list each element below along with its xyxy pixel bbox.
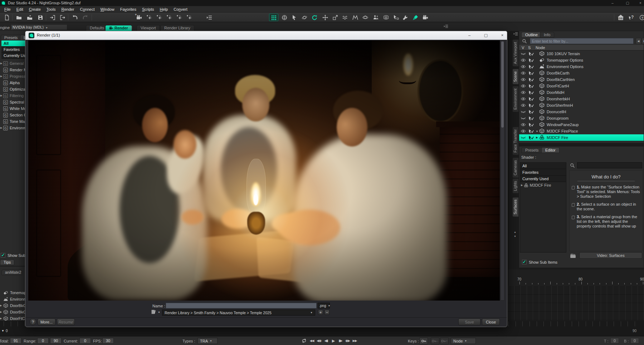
selectable-cursor-icon[interactable] bbox=[527, 90, 535, 95]
wrench-tool-button[interactable] bbox=[401, 14, 410, 21]
delete-key-button[interactable]: − bbox=[431, 337, 439, 344]
perspective-globe-tool-button[interactable] bbox=[280, 14, 289, 21]
side-tab[interactable]: Cameras bbox=[512, 158, 519, 178]
selectable-cursor-icon[interactable] bbox=[527, 52, 535, 56]
expand-arrow-icon[interactable]: ▶ bbox=[0, 126, 3, 129]
visibility-eye-icon[interactable] bbox=[519, 84, 527, 88]
tab-tips[interactable]: Tips bbox=[0, 259, 14, 265]
filter-prev-button[interactable]: ◀ bbox=[636, 38, 641, 44]
column-visible[interactable]: V bbox=[522, 45, 524, 50]
next-frame-button[interactable]: ▮▶ bbox=[337, 338, 344, 344]
keyframe-grid[interactable] bbox=[508, 286, 644, 320]
engine-dropdown[interactable]: NVIDIA Iray (MDL) bbox=[11, 24, 67, 30]
info-help-button[interactable] bbox=[638, 14, 644, 21]
minimize-button[interactable]: – bbox=[608, 0, 618, 6]
cube-orbit-tool-button[interactable] bbox=[361, 14, 370, 21]
import-button[interactable] bbox=[48, 14, 57, 21]
side-tab[interactable]: Face Transfer bbox=[512, 127, 519, 155]
render-minimize-button[interactable]: – bbox=[464, 31, 475, 39]
node-selection-tool-button[interactable] bbox=[290, 14, 299, 21]
export-button[interactable] bbox=[58, 14, 67, 21]
expand-arrow-icon[interactable]: ▶ bbox=[0, 311, 3, 313]
visibility-eye-icon[interactable] bbox=[519, 52, 527, 56]
surface-filter-row[interactable]: Currently Used bbox=[520, 176, 566, 182]
file-extension-dropdown[interactable]: .png bbox=[318, 303, 330, 308]
playhead-icon[interactable]: ▼ bbox=[1, 329, 4, 332]
tab-render-library[interactable]: Render Library bbox=[160, 25, 194, 31]
add-folder-button[interactable]: + bbox=[318, 310, 323, 315]
current-value[interactable]: 0 bbox=[79, 338, 91, 344]
render-image-scrollbar[interactable] bbox=[501, 40, 504, 301]
tab-info[interactable]: Info bbox=[540, 32, 554, 38]
selectable-cursor-icon[interactable] bbox=[527, 123, 535, 127]
tab-presets[interactable]: Presets bbox=[521, 147, 542, 153]
visibility-eye-icon[interactable] bbox=[519, 91, 527, 94]
expand-arrow-icon[interactable]: ▶ bbox=[0, 75, 3, 78]
scene-node-row[interactable]: DoorsherbkH bbox=[519, 96, 644, 102]
visibility-eye-icon[interactable] bbox=[519, 78, 527, 81]
menu-item[interactable]: Connect bbox=[77, 7, 98, 11]
scene-node-row[interactable]: M3DCF FirePlace bbox=[519, 128, 644, 134]
visibility-eye-icon[interactable] bbox=[519, 116, 527, 120]
menu-item[interactable]: Edit bbox=[14, 7, 26, 11]
side-tab[interactable]: Surfaces bbox=[512, 197, 519, 217]
visibility-eye-icon[interactable] bbox=[519, 136, 527, 139]
show-sub-items-surfaces[interactable]: ✓ Show Sub Items bbox=[522, 260, 557, 264]
menu-item[interactable]: Tools bbox=[44, 7, 59, 11]
resume-button[interactable]: Resume bbox=[57, 318, 75, 325]
scene-filter-input[interactable] bbox=[530, 38, 634, 44]
column-selectable[interactable]: S bbox=[528, 45, 531, 50]
visibility-eye-icon[interactable] bbox=[519, 104, 527, 107]
menu-item[interactable]: Scripts bbox=[139, 7, 157, 11]
visibility-eye-icon[interactable] bbox=[519, 110, 527, 114]
visibility-eye-icon[interactable] bbox=[519, 71, 527, 75]
undo-button[interactable] bbox=[70, 14, 79, 21]
scene-node-row[interactable]: DoorBkCarthlen bbox=[519, 76, 644, 83]
redo-button[interactable] bbox=[81, 14, 90, 21]
side-tab[interactable]: Lights bbox=[512, 178, 519, 193]
save-render-button[interactable]: Save bbox=[458, 318, 480, 325]
pane-options-icon[interactable] bbox=[128, 25, 132, 30]
expand-arrow-icon[interactable]: ▶ bbox=[0, 94, 3, 97]
selectable-cursor-icon[interactable] bbox=[527, 103, 535, 107]
side-tab[interactable]: Scene bbox=[512, 69, 519, 85]
video-surfaces-button[interactable]: Video: Surfaces bbox=[579, 252, 642, 259]
mesh-tool-button[interactable] bbox=[351, 14, 360, 21]
render-camera-tool-button[interactable] bbox=[421, 14, 430, 21]
scene-node-row[interactable]: Tonemapper Options bbox=[519, 57, 644, 63]
scene-node-row[interactable]: DoorBkCarth bbox=[519, 70, 644, 76]
filter-next-button[interactable]: ▶ bbox=[642, 38, 644, 44]
new-linear-light-button[interactable] bbox=[175, 14, 184, 21]
new-point-light-button[interactable] bbox=[155, 14, 164, 21]
tab-editor[interactable]: Editor bbox=[541, 147, 560, 153]
render-close-x-button[interactable]: × bbox=[497, 31, 508, 39]
selectable-cursor-icon[interactable] bbox=[527, 129, 535, 133]
scene-node-row[interactable]: DoorMidH bbox=[519, 89, 644, 96]
open-file-button[interactable] bbox=[14, 14, 24, 21]
library-icon-button[interactable] bbox=[151, 309, 157, 315]
scene-node-row[interactable]: Environment Options bbox=[519, 63, 644, 70]
column-node[interactable]: Node bbox=[536, 45, 545, 50]
previous-frame-button[interactable]: ◀▮ bbox=[323, 338, 330, 344]
surface-brush-tool-button[interactable] bbox=[411, 14, 420, 21]
ds-home-button[interactable] bbox=[616, 14, 625, 21]
go-to-end-button[interactable]: ▶▶ bbox=[351, 338, 358, 344]
render-name-input[interactable] bbox=[166, 303, 317, 308]
maximize-button[interactable]: ▢ bbox=[623, 0, 633, 6]
range-start-value[interactable]: 0 bbox=[37, 338, 49, 344]
new-spotlight-button[interactable] bbox=[145, 14, 154, 21]
tab-viewport[interactable]: Viewport bbox=[137, 25, 160, 31]
visibility-eye-icon[interactable] bbox=[519, 58, 527, 62]
surface-filter-row[interactable]: Favorites bbox=[520, 169, 566, 176]
timeline-ruler[interactable]: 70 80 90 bbox=[519, 279, 644, 286]
visibility-eye-icon[interactable] bbox=[519, 65, 527, 68]
pane-dock-icon[interactable] bbox=[444, 24, 448, 29]
translate-tool-button[interactable] bbox=[321, 14, 330, 21]
menu-item[interactable]: Render bbox=[58, 7, 77, 11]
expand-arrow-icon[interactable]: ▶ bbox=[0, 317, 3, 320]
b-value[interactable]: 0 bbox=[630, 338, 639, 344]
side-tab[interactable]: Environment bbox=[512, 86, 519, 112]
keys-node-dropdown[interactable]: Node bbox=[451, 338, 476, 344]
expand-arrow-icon[interactable]: ▶ bbox=[521, 184, 523, 187]
more-button[interactable]: More... bbox=[38, 318, 55, 325]
